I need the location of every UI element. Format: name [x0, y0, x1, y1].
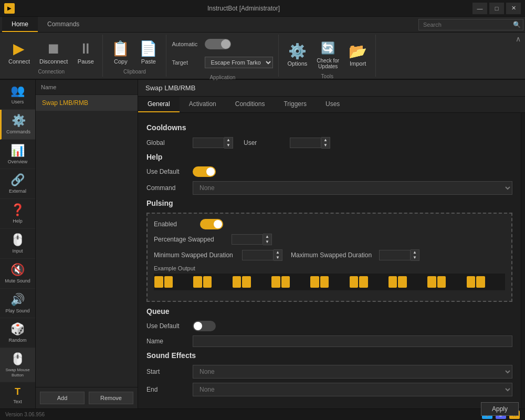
connect-button[interactable]: ▶ Connect	[5, 37, 33, 67]
disconnect-button[interactable]: ⏹ Disconnect	[36, 37, 71, 67]
help-command-select[interactable]: None	[193, 181, 512, 195]
queue-use-default-toggle[interactable]	[193, 321, 216, 331]
pulse-segment	[301, 276, 310, 288]
remove-command-button[interactable]: Remove	[89, 392, 133, 404]
sub-tab-general[interactable]: General	[138, 97, 180, 112]
max-duration-down-btn[interactable]: ▼	[411, 255, 419, 260]
percentage-down-btn[interactable]: ▼	[263, 239, 271, 245]
title-bar: ▶ InstructBot [Administrator] — □ ✕	[0, 0, 525, 17]
options-icon: ⚙️	[288, 41, 307, 60]
pulsing-enabled-toggle[interactable]	[200, 219, 223, 229]
help-use-default-toggle[interactable]	[193, 166, 216, 177]
sidebar-item-input[interactable]: 🖱️ Input	[0, 229, 35, 259]
pulse-segment	[174, 276, 183, 288]
application-group-label: Application	[209, 72, 235, 80]
connect-icon: ▶	[13, 39, 25, 58]
pulse-segment	[447, 276, 456, 288]
sidebar-item-play-sound[interactable]: 🔊 Play Sound	[0, 289, 35, 319]
copy-button[interactable]: 📋 Copy	[108, 37, 133, 67]
sidebar-item-users[interactable]: 👥 Users	[0, 80, 35, 110]
sound-effects-title: Sound Effects	[146, 351, 512, 360]
pulse-segment	[486, 276, 495, 288]
max-duration-up-btn[interactable]: ▲	[411, 250, 419, 255]
ribbon-collapse-button[interactable]: ∧	[511, 33, 525, 45]
connection-buttons: ▶ Connect ⏹ Disconnect ⏸ Pause	[5, 37, 97, 67]
apply-button[interactable]: Apply	[481, 402, 519, 408]
pulse-segment	[388, 276, 397, 288]
sidebar-item-commands[interactable]: ⚙️ Commands	[0, 110, 35, 140]
commands-icon: ⚙️	[12, 114, 26, 128]
pause-label: Pause	[78, 58, 94, 65]
user-down-btn[interactable]: ▼	[321, 143, 330, 148]
sidebar-item-random[interactable]: 🎲 Random	[0, 318, 35, 348]
percentage-input[interactable]: 50%	[232, 234, 263, 245]
pulse-segment	[320, 276, 329, 288]
search-input[interactable]	[418, 19, 523, 30]
min-duration-down-btn[interactable]: ▼	[274, 255, 282, 260]
global-label: Global	[146, 139, 188, 146]
disconnect-label: Disconnect	[39, 58, 68, 65]
pulse-segment	[213, 276, 222, 288]
global-down-btn[interactable]: ▼	[224, 143, 233, 148]
max-duration-spinner: 5000 ▲ ▼	[379, 249, 419, 261]
options-button[interactable]: ⚙️ Options	[284, 39, 310, 69]
tab-home[interactable]: Home	[2, 17, 38, 32]
sub-tab-activation[interactable]: Activation	[180, 97, 226, 112]
swap-mouse-icon: 🖱️	[10, 352, 25, 366]
paste-button[interactable]: 📄 Paste	[136, 37, 161, 67]
pulse-segment	[310, 276, 319, 288]
pulse-segment	[418, 276, 427, 288]
sidebar-item-help[interactable]: ❓ Help	[0, 199, 35, 229]
min-duration-input[interactable]: 3000	[242, 250, 274, 260]
help-icon: ❓	[10, 203, 25, 217]
add-command-button[interactable]: Add	[40, 392, 85, 404]
sub-tab-uses[interactable]: Uses	[316, 97, 349, 112]
minimize-button[interactable]: —	[472, 3, 487, 14]
sound-end-select[interactable]: None	[193, 383, 512, 396]
ribbon-clipboard-group: 📋 Copy 📄 Paste Clipboard	[103, 35, 166, 77]
external-icon: 🔗	[10, 173, 25, 187]
users-label: Users	[12, 99, 24, 105]
min-duration-up-btn[interactable]: ▲	[274, 250, 282, 255]
clipboard-group-label: Clipboard	[123, 67, 146, 75]
connection-group-label: Connection	[38, 67, 65, 75]
maximize-button[interactable]: □	[489, 3, 504, 14]
pulse-segment	[467, 276, 476, 288]
pulse-segment	[261, 276, 270, 288]
global-up-btn[interactable]: ▲	[224, 138, 233, 143]
pulse-segment	[330, 276, 339, 288]
pulse-segment	[379, 276, 387, 288]
random-label: Random	[8, 338, 26, 343]
sidebar-item-text[interactable]: T Text	[0, 382, 35, 408]
tab-commands[interactable]: Commands	[38, 17, 89, 32]
check-updates-label: Check for Updates	[317, 58, 339, 69]
sub-tab-triggers[interactable]: Triggers	[274, 97, 316, 112]
global-spinner: 0 ▲ ▼	[193, 137, 233, 149]
sidebar-item-overview[interactable]: 📊 Overview	[0, 140, 35, 170]
text-label: Text	[13, 399, 22, 405]
options-label: Options	[287, 60, 307, 67]
max-duration-input[interactable]: 5000	[379, 250, 411, 260]
pulse-segment	[184, 276, 193, 288]
sidebar-item-external[interactable]: 🔗 External	[0, 169, 35, 199]
commands-label: Commands	[6, 129, 30, 135]
sidebar-item-mute-sound[interactable]: 🔇 Mute Sound	[0, 259, 35, 289]
sub-tab-conditions[interactable]: Conditions	[226, 97, 275, 112]
user-up-btn[interactable]: ▲	[321, 138, 330, 143]
sound-start-select[interactable]: None	[193, 365, 512, 379]
sidebar-item-swap-mouse[interactable]: 🖱️ Swap MouseButton	[0, 348, 35, 382]
pause-button[interactable]: ⏸ Pause	[74, 37, 97, 67]
pulse-segment	[437, 276, 446, 288]
automatic-toggle[interactable]	[205, 39, 231, 49]
user-input[interactable]: 0	[290, 138, 321, 148]
percentage-up-btn[interactable]: ▲	[263, 234, 271, 239]
command-item-swap-lmb[interactable]: Swap LMB/RMB	[36, 95, 138, 111]
queue-name-row: Name	[146, 335, 512, 347]
close-button[interactable]: ✕	[506, 3, 521, 14]
global-input[interactable]: 0	[193, 138, 224, 148]
import-button[interactable]: 📂 Import	[345, 39, 370, 69]
target-dropdown[interactable]: Escape From Tarkov	[205, 57, 273, 68]
queue-name-input[interactable]	[193, 335, 512, 347]
check-updates-button[interactable]: 🔄 Check for Updates	[313, 37, 342, 71]
right-scrollbar[interactable]	[521, 113, 525, 408]
